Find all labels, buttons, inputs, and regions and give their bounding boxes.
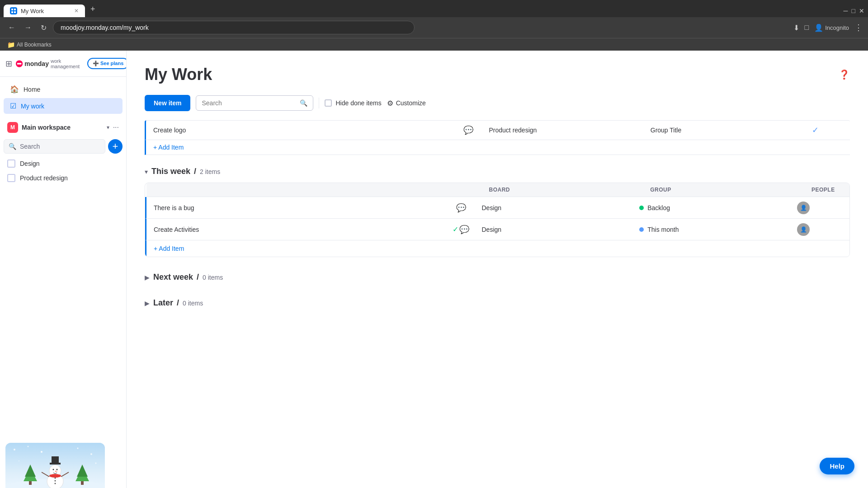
page-title: My Work (145, 65, 212, 84)
sidebar-search-icon: 🔍 (9, 143, 16, 150)
hide-done-checkbox[interactable] (325, 99, 332, 107)
board-product-redesign-label: Product redesign (20, 174, 68, 182)
bug-group: Backlog (647, 204, 670, 211)
home-icon: 🏠 (10, 85, 19, 94)
tab-close-icon[interactable]: ✕ (74, 8, 79, 14)
svg-point-11 (28, 446, 29, 447)
sidebar-search-bar[interactable]: 🔍 Search (4, 139, 105, 154)
activities-board: Design (482, 226, 502, 233)
update-icon: 💬 (463, 125, 473, 135)
workspace-more-icon[interactable]: ··· (113, 123, 119, 131)
partial-add-item[interactable]: + Add Item (145, 140, 850, 155)
sidebar-search-text: Search (20, 143, 40, 150)
next-week-header[interactable]: ▶ Next week / 0 items (145, 268, 850, 286)
later-header[interactable]: ▶ Later / 0 items (145, 294, 850, 312)
activities-update-icon: 💬 (459, 225, 469, 235)
sidebar: ⊞ monday work management ➕ See plans 🏠 H… (0, 51, 127, 488)
add-item-label: + Add Item (154, 245, 184, 252)
next-week-title: Next week (153, 272, 193, 282)
later-count: 0 items (183, 300, 203, 307)
window-close-icon[interactable]: ✕ (859, 7, 864, 14)
customize-icon: ⚙ (387, 99, 393, 108)
activities-group: This month (647, 226, 679, 233)
svg-rect-30 (52, 456, 59, 463)
column-group-label: Group (643, 187, 804, 193)
svg-point-16 (95, 463, 97, 464)
table-header: Board Group People (146, 183, 849, 197)
window-minimize-icon[interactable]: ─ (844, 7, 848, 14)
my-work-icon: ☑ (10, 102, 16, 110)
this-week-chevron-icon: ▾ (145, 168, 148, 175)
board-icon (7, 160, 15, 168)
help-button[interactable]: Help (820, 458, 854, 474)
this-week-add-item[interactable]: + Add Item (145, 240, 849, 257)
svg-point-28 (49, 474, 61, 478)
activities-item-name: Create Activities (154, 226, 199, 233)
svg-rect-2 (11, 11, 13, 13)
browser-tab-active[interactable]: My Work ✕ (4, 5, 85, 17)
sidebar-add-button[interactable]: + (108, 139, 123, 154)
workspace-avatar: M (7, 122, 18, 133)
toolbar-search-input[interactable] (202, 99, 296, 107)
column-board-label: Board (482, 187, 643, 193)
create-logo-status-icon: ✓ (812, 125, 819, 135)
workspace-header[interactable]: M Main workspace ▾ ··· (4, 118, 123, 136)
bug-update-icon: 💬 (456, 203, 466, 213)
nav-forward-button[interactable]: → (22, 22, 34, 33)
svg-point-32 (55, 480, 56, 482)
svg-point-7 (20, 63, 22, 65)
browser-download-icon[interactable]: ⬇ (793, 23, 799, 32)
sidebar-item-my-work-label: My work (21, 103, 44, 110)
this-week-header[interactable]: ▾ This week / 2 items (145, 162, 850, 181)
create-logo-board: Product redesign (489, 127, 537, 134)
new-tab-button[interactable]: + (87, 3, 99, 16)
partial-add-item-label: + Add Item (153, 144, 184, 151)
activities-group-dot (639, 227, 644, 232)
new-item-button[interactable]: New item (145, 95, 190, 111)
sidebar-item-my-work[interactable]: ☑ My work (4, 98, 123, 114)
monday-logo: monday work management (16, 58, 82, 69)
browser-profile-icon[interactable]: □ (805, 23, 809, 32)
help-circle-icon[interactable]: ❓ (839, 69, 850, 80)
tab-title: My Work (21, 8, 44, 14)
table-row-create-logo[interactable]: Create logo 💬 Product redesign Group Tit… (145, 120, 850, 140)
see-plans-button[interactable]: ➕ See plans (87, 58, 127, 69)
snowman-scene (5, 443, 105, 488)
svg-point-10 (14, 449, 15, 450)
later-chevron-icon: ▶ (145, 300, 150, 307)
sidebar-board-product-redesign[interactable]: Product redesign (4, 171, 123, 185)
partial-section: Create logo 💬 Product redesign Group Tit… (145, 120, 850, 155)
bookmarks-folder-icon: 📁 (7, 41, 15, 48)
incognito-badge[interactable]: 👤 Incognito (814, 23, 849, 32)
workspace-chevron-icon: ▾ (107, 124, 109, 131)
later-section: ▶ Later / 0 items (145, 294, 850, 312)
workspace-name: Main workspace (22, 124, 103, 131)
main-content: My Work ❓ New item 🔍 Hide done items ⚙ C… (127, 51, 868, 488)
nav-refresh-button[interactable]: ↻ (38, 22, 49, 34)
browser-chrome: My Work ✕ + ─ □ ✕ ← → ↻ moodjoy.monday.c… (0, 0, 868, 51)
next-week-chevron-icon: ▶ (145, 274, 150, 281)
sidebar-board-design[interactable]: Design (4, 156, 123, 171)
customize-button[interactable]: ⚙ Customize (387, 99, 426, 108)
customize-label: Customize (396, 99, 426, 107)
sidebar-item-home[interactable]: 🏠 Home (4, 81, 123, 97)
svg-point-14 (90, 453, 92, 455)
browser-menu-icon[interactable]: ⋮ (854, 23, 863, 33)
nav-back-button[interactable]: ← (5, 22, 18, 33)
svg-rect-22 (81, 481, 84, 485)
address-bar[interactable]: moodjoy.monday.com/my_work (53, 21, 415, 34)
svg-point-33 (55, 483, 56, 484)
apps-grid-icon[interactable]: ⊞ (5, 59, 12, 69)
activities-check-icon: ✓ (453, 225, 458, 234)
column-people-label: People (804, 187, 849, 193)
toolbar: New item 🔍 Hide done items ⚙ Customize (145, 95, 850, 111)
bug-group-dot (639, 206, 644, 210)
hide-done-items[interactable]: Hide done items (325, 99, 381, 107)
svg-point-15 (19, 460, 19, 461)
toolbar-search-bar[interactable]: 🔍 (196, 95, 313, 111)
this-week-count: 2 items (200, 168, 220, 175)
table-row-create-activities[interactable]: Create Activities ✓ 💬 Design This month (145, 219, 849, 240)
window-maximize-icon[interactable]: □ (852, 7, 855, 14)
this-week-table: Board Group People There is a bug 💬 (145, 183, 850, 257)
table-row-there-is-a-bug[interactable]: There is a bug 💬 Design Backlog (145, 197, 849, 219)
